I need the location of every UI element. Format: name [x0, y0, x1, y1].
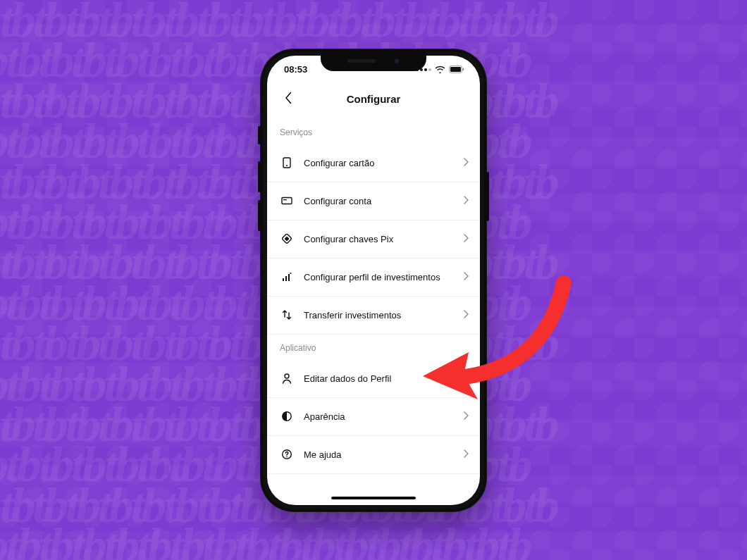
transfer-icon	[280, 308, 294, 322]
help-icon	[280, 447, 294, 461]
svg-rect-6	[283, 199, 287, 200]
section-title-aplicativo: Aplicativo	[267, 335, 480, 360]
phone-power-button	[486, 172, 489, 221]
phone-frame: 08:53	[260, 49, 487, 512]
row-label: Aparência	[304, 411, 454, 422]
status-time: 08:53	[284, 64, 307, 75]
home-indicator	[331, 497, 416, 499]
back-button[interactable]	[276, 84, 301, 115]
section-list-aplicativo: Editar dados do Perfil Aparência	[267, 360, 480, 474]
row-me-ajuda[interactable]: Me ajuda	[267, 436, 480, 474]
account-icon	[280, 194, 294, 208]
phone-notch	[321, 51, 426, 71]
person-icon	[280, 371, 294, 385]
section-title-servicos: Serviços	[267, 119, 480, 144]
battery-icon	[449, 66, 464, 73]
row-configurar-investimentos[interactable]: Configurar perfil de investimentos	[267, 259, 480, 297]
svg-rect-10	[285, 276, 287, 281]
row-configurar-cartao[interactable]: Configurar cartão	[267, 144, 480, 182]
svg-rect-11	[288, 274, 290, 281]
row-label: Configurar conta	[304, 196, 454, 206]
phone-bezel: 08:53	[263, 51, 484, 509]
row-label: Configurar cartão	[304, 158, 454, 168]
svg-rect-9	[283, 278, 284, 281]
moon-icon	[280, 409, 294, 423]
svg-point-16	[286, 456, 288, 458]
row-label: Me ajuda	[304, 449, 454, 460]
chevron-right-icon	[464, 410, 469, 423]
row-editar-perfil[interactable]: Editar dados do Perfil	[267, 360, 480, 398]
chevron-right-icon	[464, 372, 469, 385]
phone-speaker	[347, 59, 376, 63]
chevron-right-icon	[464, 448, 469, 461]
row-aparencia[interactable]: Aparência	[267, 398, 480, 436]
row-configurar-conta[interactable]: Configurar conta	[267, 182, 480, 220]
chevron-right-icon	[464, 232, 469, 245]
svg-point-12	[290, 273, 292, 274]
bars-icon	[280, 270, 294, 284]
phone-screen: 08:53	[267, 56, 480, 505]
section-list-servicos: Configurar cartão Configurar conta	[267, 144, 480, 335]
phone-mockup: 08:53	[260, 49, 487, 512]
svg-point-4	[286, 165, 288, 166]
row-configurar-pix[interactable]: Configurar chaves Pix	[267, 220, 480, 259]
chevron-right-icon	[464, 156, 469, 169]
row-label: Configurar perfil de investimentos	[304, 272, 454, 282]
settings-content: Serviços Configurar cartão	[267, 115, 480, 505]
chevron-left-icon	[285, 92, 292, 106]
svg-rect-2	[463, 68, 464, 71]
phone-volume-up	[258, 161, 261, 192]
row-label: Editar dados do Perfil	[304, 373, 454, 384]
app-header: Configurar	[267, 84, 480, 115]
row-transferir-investimentos[interactable]: Transferir investimentos	[267, 297, 480, 335]
svg-rect-1	[450, 67, 461, 72]
status-right	[416, 66, 464, 73]
svg-rect-5	[282, 198, 292, 204]
pix-icon	[280, 232, 294, 246]
row-label: Configurar chaves Pix	[304, 234, 454, 244]
card-icon	[280, 156, 294, 170]
phone-volume-down	[258, 200, 261, 231]
svg-rect-8	[284, 237, 289, 242]
wifi-icon	[435, 66, 445, 73]
chevron-right-icon	[464, 270, 469, 283]
phone-front-camera	[394, 58, 400, 64]
row-label: Transferir investimentos	[304, 310, 454, 321]
chevron-right-icon	[464, 194, 469, 207]
phone-silence-switch	[258, 126, 261, 144]
svg-point-13	[285, 374, 289, 378]
chevron-right-icon	[464, 309, 469, 321]
page-title: Configurar	[347, 93, 401, 105]
